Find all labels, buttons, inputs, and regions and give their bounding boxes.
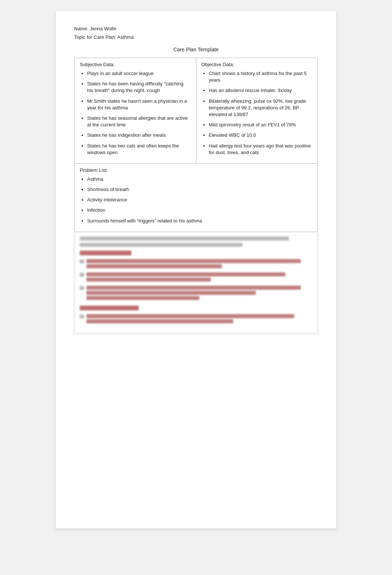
subjective-item: Mr.Smith states he hasn't seen a physici… xyxy=(87,98,191,111)
subjective-list: Plays in an adult soccer leagueStates he… xyxy=(80,70,191,156)
problem-item: Surrounds himself with “triggers” relate… xyxy=(87,218,312,224)
objective-item: Mild spirometry result of an FEV1 of 78% xyxy=(209,122,313,128)
subjective-cell: Subjective Data: Plays in an adult socce… xyxy=(75,58,196,164)
subjective-item: States he has been having difficulty "ca… xyxy=(87,81,191,94)
subjective-item: States he has indigestion after meals xyxy=(87,132,191,139)
problem-item: Infection xyxy=(87,207,312,214)
data-table: Subjective Data: Plays in an adult socce… xyxy=(74,58,318,164)
page: Name: Jenna Wolfe Topic for Care Plan: A… xyxy=(56,11,336,528)
blurred-section-1 xyxy=(74,232,318,334)
subjective-header: Subjective Data: xyxy=(80,62,191,67)
objective-item: Had allergy test four years ago that was… xyxy=(209,143,313,156)
problem-item: Activity intolerance xyxy=(87,197,312,203)
subjective-item: States he has two cats and often keeps t… xyxy=(87,143,191,156)
problem-item: Asthma xyxy=(87,176,312,183)
objective-cell: Objective Data: Chart shows a history of… xyxy=(196,58,318,164)
care-plan-topic: Topic for Care Plan: Asthma xyxy=(74,34,318,40)
objective-item: Chart shows a history of asthma for the … xyxy=(209,70,313,84)
patient-name: Name: Jenna Wolfe xyxy=(74,26,318,31)
objective-header: Objective Data: xyxy=(202,62,313,67)
objective-list: Chart shows a history of asthma for the … xyxy=(202,70,313,156)
problem-item: Shortness of breath xyxy=(87,186,312,193)
subjective-item: Plays in an adult soccer league xyxy=(87,70,191,77)
objective-item: Has an albuterol rescue inhaler, 3x/day xyxy=(209,87,313,94)
page-title: Care Plan Template xyxy=(74,47,318,52)
problem-header: Problem List: xyxy=(80,167,312,173)
subjective-item: States he has seasonal allergies that ar… xyxy=(87,115,191,128)
problem-section: Problem List: AsthmaShortness of breathA… xyxy=(74,164,318,232)
objective-item: Elevated WBC of 10.0 xyxy=(209,132,313,139)
problem-list: AsthmaShortness of breathActivity intole… xyxy=(80,176,312,224)
objective-item: Bilaterally wheezing, pulse ox 92%, low … xyxy=(209,98,313,118)
